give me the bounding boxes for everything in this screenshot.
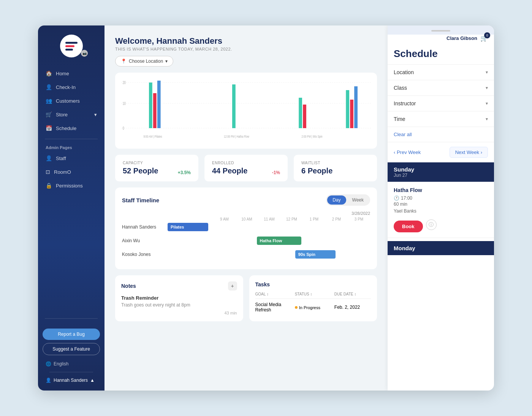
globe-icon: 🌐 [46,361,51,367]
task-status: In Progress [295,305,331,310]
timeline-date: 3/28/2022 [122,211,370,216]
note-title: Trash Reminder [121,295,237,301]
bottom-row: Notes + Trash Reminder Trash goes out ev… [115,275,377,321]
main-content: Welcome, Hannah Sanders THIS IS WHAT'S H… [104,25,388,391]
sidebar-nav: 🏠 Home 👤 Check-In 👥 Customers 🛒 Store ▾ … [38,64,104,314]
tasks-card: Tasks GOAL ↕ STATUS ↕ DUE DATE ↕ Social … [249,275,377,321]
staff-name-aixin: Aixin Wu [122,238,168,243]
timeline-title: Staff Timeline [122,197,159,203]
staff-name-hannah: Hannah Sanders [122,224,168,230]
filter-instructor[interactable]: Instructor ▾ [388,95,494,111]
sidebar-item-permissions[interactable]: 🔒 Permissions [38,179,104,192]
timeline-slots-aixin: Hatha Flow [168,235,370,246]
checkin-icon: 👤 [46,84,52,90]
clear-all-button[interactable]: Clear all [388,127,494,142]
camera-icon[interactable]: 📷 [81,50,88,57]
sunday-name: Sunday [394,166,488,173]
info-button[interactable]: ⓘ [426,219,437,230]
app-logo [60,35,83,57]
staff-icon: 👤 [46,155,52,161]
class-name: Hatha Flow [394,187,488,193]
svg-rect-13 [350,100,353,128]
logo-area: 📷 [38,25,104,64]
time-10am: 10 AM [236,217,258,221]
time-1pm: 1 PM [303,217,325,221]
tab-week[interactable]: Week [347,195,369,205]
svg-rect-10 [299,98,302,128]
event-spin[interactable]: 90s Spin [295,250,336,259]
hatha-flow-class-card: Hatha Flow 🕐 17:00 60 min Yael Banks Boo… [388,182,494,238]
page-subtitle: THIS IS WHAT'S HAPPENING TODAY, MARCH 28… [115,47,377,51]
next-week-button[interactable]: Next Week › [450,147,488,158]
event-hatha[interactable]: Hatha Flow [257,237,301,245]
class-duration: 60 min [394,202,488,207]
sidebar-item-home[interactable]: 🏠 Home [38,67,104,80]
note-time: 43 min [121,311,237,315]
filter-location[interactable]: Location ▾ [388,64,494,80]
time-9am: 9 AM [213,217,236,221]
prev-week-button[interactable]: ‹ Prev Week [394,149,421,155]
svg-text:20: 20 [123,81,126,85]
book-button[interactable]: Book [394,221,423,232]
filter-class[interactable]: Class ▾ [388,80,494,95]
panel-user-row: Clara Gibson 🛒 0 [388,35,494,45]
svg-text:12:00 PM | Hatha Flow: 12:00 PM | Hatha Flow [224,135,249,138]
sidebar-bottom-divider [45,318,98,319]
class-actions: Book ⓘ [394,217,488,232]
tab-day[interactable]: Day [327,195,346,205]
right-panel: Clara Gibson 🛒 0 Schedule Location ▾ Cla… [388,25,494,391]
enrolled-stat: ENROLLED 44 People -1% [204,155,288,181]
notes-card: Notes + Trash Reminder Trash goes out ev… [115,275,243,321]
col-status: STATUS ↕ [295,292,331,296]
class-time: 🕐 17:00 [394,195,488,201]
notes-title: Notes [121,283,136,289]
svg-text:9:00 AM | Pilates: 9:00 AM | Pilates [143,135,162,138]
col-goal: GOAL ↕ [255,292,292,296]
event-pilates[interactable]: Pilates [168,223,208,231]
language-selector[interactable]: 🌐 English [43,360,100,368]
status-dot-icon [295,306,298,309]
sidebar-item-staff[interactable]: 👤 Staff [38,151,104,165]
sidebar-item-roomo[interactable]: ⊡ RoomO [38,165,104,179]
sunday-section: Sunday Jun 27 Hatha Flow 🕐 17:00 60 min … [388,162,494,241]
staff-timeline-card: Staff Timeline Day Week 3/28/2022 9 AM 1… [115,187,377,269]
staff-name-kosoko: Kosoko Jones [122,252,168,257]
cart-button[interactable]: 🛒 0 [480,35,488,42]
current-user[interactable]: 👤 Hannah Sanders ▲ [43,376,100,384]
location-button[interactable]: 📍 Choose Location ▾ [115,56,173,67]
week-navigation: ‹ Prev Week Next Week › [388,142,494,162]
sidebar-item-checkin[interactable]: 👤 Check-In [38,80,104,94]
timeline-row-aixin: Aixin Wu Hatha Flow [122,235,370,246]
sunday-header: Sunday Jun 27 [388,162,494,182]
suggest-feature-button[interactable]: Suggest a Feature [43,343,100,355]
svg-rect-9 [232,84,236,128]
status-badge: In Progress [295,305,320,310]
filter-time[interactable]: Time ▾ [388,111,494,127]
report-bug-button[interactable]: Report a Bug [43,329,100,340]
sidebar-item-schedule[interactable]: 📅 Schedule [38,121,104,135]
svg-text:2:00 PM | 90s Spin: 2:00 PM | 90s Spin [302,135,323,138]
svg-rect-6 [149,83,152,128]
timeline-slots-kosoko: 90s Spin [168,249,370,260]
clock-icon: 🕐 [394,195,399,201]
timeline-row-kosoko: Kosoko Jones 90s Spin [122,249,370,260]
sidebar-item-store[interactable]: 🛒 Store ▾ [38,108,104,121]
task-row: Social Media Refresh In Progress Feb. 2,… [255,302,371,313]
tasks-table-header: GOAL ↕ STATUS ↕ DUE DATE ↕ [255,292,371,299]
class-instructor: Yael Banks [394,208,488,214]
svg-rect-14 [354,86,358,128]
note-body: Trash goes out every night at 8pm [121,302,237,308]
stats-row: CAPACITY 52 People +3.5% ENROLLED 44 Peo… [115,155,377,181]
panel-header-bar [388,25,494,35]
panel-username: Clara Gibson [446,35,477,41]
sidebar: 📷 🏠 Home 👤 Check-In 👥 Customers 🛒 Store … [38,25,104,391]
customers-icon: 👥 [46,98,52,104]
add-note-button[interactable]: + [228,281,237,291]
permissions-icon: 🔒 [46,183,52,189]
store-icon: 🛒 [46,111,52,117]
schedule-icon: 📅 [46,125,52,131]
timeline-row-hannah: Hannah Sanders Pilates [122,221,370,233]
sidebar-item-customers[interactable]: 👥 Customers [38,94,104,108]
note-item: Trash Reminder Trash goes out every nigh… [121,295,237,315]
timeline-tabs: Day Week [326,194,370,206]
